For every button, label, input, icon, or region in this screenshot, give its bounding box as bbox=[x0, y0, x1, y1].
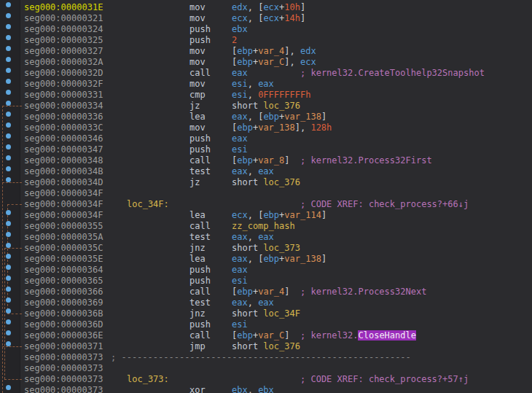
address[interactable]: seg000:0000032A bbox=[24, 57, 103, 68]
address[interactable]: seg000:0000035C bbox=[24, 243, 103, 254]
address[interactable]: seg000:0000036D bbox=[24, 319, 103, 330]
listing-line[interactable]: seg000:00000321movecx, [ecx+14h] bbox=[0, 13, 532, 24]
listing-line[interactable]: seg000:0000032Fmovesi, eax bbox=[0, 79, 532, 90]
label[interactable]: loc_373: bbox=[127, 374, 169, 385]
address[interactable]: seg000:0000034F bbox=[24, 199, 103, 210]
address[interactable]: seg000:0000032D bbox=[24, 68, 103, 79]
address[interactable]: seg000:00000373 bbox=[24, 363, 103, 374]
listing-line[interactable]: seg000:00000346pusheax bbox=[0, 133, 532, 144]
instruction-dot[interactable] bbox=[6, 101, 11, 106]
instruction-dot[interactable] bbox=[6, 221, 11, 226]
listing-line[interactable]: seg000:0000032Amov[ebp+var_C], ecx bbox=[0, 57, 532, 68]
instruction-dot[interactable] bbox=[6, 90, 11, 95]
address[interactable]: seg000:00000324 bbox=[24, 24, 103, 35]
function-ref[interactable]: zz_comp_hash bbox=[232, 221, 295, 231]
listing-line[interactable]: seg000:00000336leaeax, [ebp+var_138] bbox=[0, 112, 532, 122]
address[interactable]: seg000:00000331 bbox=[24, 90, 103, 101]
location-ref[interactable]: loc_376 bbox=[263, 101, 300, 111]
address[interactable]: seg000:00000369 bbox=[24, 297, 103, 308]
instruction-dot[interactable] bbox=[6, 297, 11, 303]
location-ref[interactable]: loc_376 bbox=[263, 177, 300, 187]
address[interactable]: seg000:00000346 bbox=[24, 133, 103, 144]
instruction-dot[interactable] bbox=[6, 210, 11, 215]
instruction-dot[interactable] bbox=[6, 46, 11, 51]
instruction-dot[interactable] bbox=[6, 254, 11, 259]
instruction-dot[interactable] bbox=[6, 35, 11, 40]
address[interactable]: seg000:00000336 bbox=[24, 112, 103, 122]
address[interactable]: seg000:00000365 bbox=[24, 276, 103, 287]
listing-line[interactable]: seg000:0000034F bbox=[0, 188, 532, 199]
address[interactable]: seg000:00000371 bbox=[24, 341, 103, 352]
instruction-dot[interactable] bbox=[6, 330, 11, 335]
address[interactable]: seg000:0000031E bbox=[24, 2, 103, 13]
address[interactable]: seg000:0000035E bbox=[24, 254, 103, 265]
instruction-dot[interactable] bbox=[6, 308, 11, 314]
address[interactable]: seg000:00000321 bbox=[24, 13, 103, 24]
listing-line[interactable]: seg000:00000364pusheax bbox=[0, 265, 532, 276]
instruction-dot[interactable] bbox=[6, 2, 11, 7]
address[interactable]: seg000:0000034F bbox=[24, 210, 103, 221]
address[interactable]: seg000:0000036E bbox=[24, 330, 103, 341]
listing-line[interactable]: seg000:00000373xorebx, ebx bbox=[0, 385, 532, 393]
address[interactable]: seg000:0000034B bbox=[24, 166, 103, 177]
listing-line[interactable]: seg000:0000035Atesteax, eax bbox=[0, 232, 532, 243]
instruction-dot[interactable] bbox=[6, 265, 11, 270]
location-ref[interactable]: loc_376 bbox=[263, 341, 300, 351]
instruction-dot[interactable] bbox=[6, 232, 11, 237]
listing-line[interactable]: seg000:0000033Cmov[ebp+var_138], 128h bbox=[0, 122, 532, 133]
instruction-dot[interactable] bbox=[6, 155, 11, 160]
listing-line[interactable]: seg000:0000034Floc_34F:; CODE XREF: chec… bbox=[0, 199, 532, 210]
instruction-dot[interactable] bbox=[6, 68, 11, 73]
address[interactable]: seg000:00000355 bbox=[24, 221, 103, 232]
address[interactable]: seg000:00000327 bbox=[24, 46, 103, 57]
location-ref[interactable]: loc_34F bbox=[263, 308, 300, 319]
listing-line[interactable]: seg000:00000371jmpshort loc_376 bbox=[0, 341, 532, 352]
listing-line[interactable]: seg000:0000034Djzshort loc_376 bbox=[0, 177, 532, 188]
address[interactable]: seg000:0000034F bbox=[24, 188, 103, 199]
listing-line[interactable]: seg000:0000032Dcalleax; kernel32.CreateT… bbox=[0, 68, 532, 79]
instruction-dot[interactable] bbox=[6, 177, 11, 182]
listing-line[interactable]: seg000:00000331cmpesi, 0FFFFFFFFh bbox=[0, 90, 532, 101]
address[interactable]: seg000:00000366 bbox=[24, 287, 103, 297]
listing-line[interactable]: seg000:00000373; -----------------------… bbox=[0, 352, 532, 363]
address[interactable]: seg000:0000033C bbox=[24, 122, 103, 133]
address[interactable]: seg000:0000036B bbox=[24, 308, 103, 319]
location-ref[interactable]: loc_373 bbox=[263, 243, 300, 253]
listing-line[interactable]: seg000:00000334jzshort loc_376 bbox=[0, 101, 532, 112]
listing-line[interactable]: seg000:00000373loc_373:; CODE XREF: chec… bbox=[0, 374, 532, 385]
address[interactable]: seg000:0000034D bbox=[24, 177, 103, 188]
address[interactable]: seg000:00000347 bbox=[24, 144, 103, 155]
instruction-dot[interactable] bbox=[6, 341, 11, 346]
listing-line[interactable]: seg000:0000035Cjnzshort loc_373 bbox=[0, 243, 532, 254]
instruction-dot[interactable] bbox=[6, 122, 11, 128]
address[interactable]: seg000:0000035A bbox=[24, 232, 103, 243]
instruction-dot[interactable] bbox=[6, 24, 11, 29]
address[interactable]: seg000:00000373 bbox=[24, 352, 103, 363]
listing-line[interactable]: seg000:0000031Emovedx, [ecx+10h] bbox=[0, 2, 532, 13]
listing-line[interactable]: seg000:0000036Bjnzshort loc_34F bbox=[0, 308, 532, 319]
listing-line[interactable]: seg000:00000324pushebx bbox=[0, 24, 532, 35]
address[interactable]: seg000:00000348 bbox=[24, 155, 103, 166]
instruction-dot[interactable] bbox=[6, 112, 11, 117]
instruction-dot[interactable] bbox=[6, 13, 11, 18]
listing-line[interactable]: seg000:0000034Fleaecx, [ebp+var_114] bbox=[0, 210, 532, 221]
listing-line[interactable]: seg000:00000325push2 bbox=[0, 35, 532, 46]
instruction-dot[interactable] bbox=[6, 166, 11, 171]
instruction-dot[interactable] bbox=[6, 133, 11, 139]
listing-line[interactable]: seg000:00000348call[ebp+var_8]; kernel32… bbox=[0, 155, 532, 166]
instruction-dot[interactable] bbox=[6, 79, 11, 84]
listing-line[interactable]: seg000:0000036Ecall[ebp+var_C]; kernel32… bbox=[0, 330, 532, 341]
address[interactable]: seg000:00000373 bbox=[24, 385, 103, 393]
listing-line[interactable]: seg000:00000366call[ebp+var_4]; kernel32… bbox=[0, 287, 532, 297]
instruction-dot[interactable] bbox=[6, 57, 11, 62]
instruction-dot[interactable] bbox=[6, 276, 11, 281]
address[interactable]: seg000:00000325 bbox=[24, 35, 103, 46]
highlighted-identifier[interactable]: CloseHandle bbox=[358, 330, 415, 341]
listing-line[interactable]: seg000:0000036Dpushesi bbox=[0, 319, 532, 330]
address[interactable]: seg000:00000373 bbox=[24, 374, 103, 385]
instruction-dot[interactable] bbox=[6, 243, 11, 248]
instruction-dot[interactable] bbox=[6, 144, 11, 149]
label[interactable]: loc_34F: bbox=[127, 199, 169, 210]
listing-line[interactable]: seg000:00000373 bbox=[0, 363, 532, 374]
listing-line[interactable]: seg000:00000327mov[ebp+var_4], edx bbox=[0, 46, 532, 57]
